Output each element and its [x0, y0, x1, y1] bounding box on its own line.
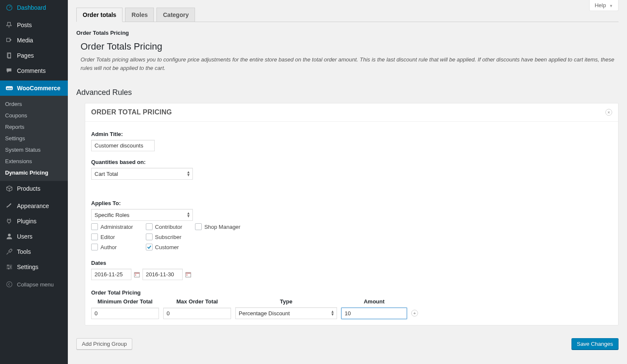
- sidebar-item-users[interactable]: Users: [0, 229, 68, 244]
- tabs: Order totals Roles Category: [76, 8, 619, 22]
- help-label: Help: [595, 2, 606, 8]
- brush-icon: [5, 202, 14, 210]
- date-from-input[interactable]: [91, 269, 131, 280]
- sidebar-item-appearance[interactable]: Appearance: [0, 198, 68, 214]
- wrench-icon: [5, 247, 14, 256]
- roles-grid: Administrator Editor Author Contributor …: [91, 223, 612, 250]
- sidebar-item-pages[interactable]: Pages: [0, 48, 68, 63]
- amount-input[interactable]: [341, 308, 407, 319]
- submenu-item-orders[interactable]: Orders: [0, 98, 68, 110]
- sidebar-item-label: Plugins: [17, 218, 36, 225]
- sidebar-item-woocommerce[interactable]: woo WooCommerce: [0, 81, 68, 96]
- role-label: Shop Manager: [204, 224, 240, 230]
- tab-category[interactable]: Category: [156, 8, 195, 22]
- quantities-select[interactable]: Cart Total: [91, 168, 193, 180]
- role-label: Editor: [100, 234, 115, 240]
- media-icon: [5, 36, 14, 44]
- plug-icon: [5, 217, 14, 225]
- svg-rect-12: [134, 272, 139, 274]
- col-type-header: Type: [235, 298, 337, 305]
- sidebar-item-posts[interactable]: Posts: [0, 17, 68, 33]
- submenu-item-reports[interactable]: Reports: [0, 121, 68, 133]
- close-panel-button[interactable]: ×: [605, 109, 612, 116]
- checkbox-administrator[interactable]: [91, 223, 98, 230]
- page-description: Order Totals pricing allows you to confi…: [81, 56, 619, 72]
- save-changes-button[interactable]: Save Changes: [571, 338, 619, 350]
- tab-roles[interactable]: Roles: [125, 8, 154, 22]
- discount-type-select[interactable]: Percentage Discount: [235, 307, 337, 319]
- svg-rect-1: [7, 38, 10, 42]
- pricing-table: Minimum Order Total Max Order Total Type…: [91, 298, 612, 319]
- page-icon: [5, 51, 14, 60]
- products-icon: [5, 184, 14, 193]
- sidebar-item-products[interactable]: Products: [0, 181, 68, 196]
- svg-point-8: [10, 266, 11, 267]
- page-title: Order Totals Pricing: [81, 41, 619, 52]
- sidebar-item-settings[interactable]: Settings: [0, 259, 68, 275]
- admin-title-label: Admin Title:: [91, 131, 612, 137]
- role-label: Author: [100, 244, 117, 250]
- sidebar-item-label: Tools: [17, 248, 31, 255]
- calendar-icon[interactable]: [134, 272, 140, 278]
- applies-to-select[interactable]: Specific Roles: [91, 209, 193, 221]
- col-amount-header: Amount: [341, 298, 407, 305]
- woocommerce-submenu: Orders Coupons Reports Settings System S…: [0, 96, 68, 181]
- svg-point-9: [8, 268, 9, 269]
- admin-sidebar: Dashboard Posts Media Pages Comments woo…: [0, 0, 68, 364]
- sidebar-item-label: WooCommerce: [17, 85, 60, 92]
- submenu-item-coupons[interactable]: Coupons: [0, 110, 68, 121]
- dashboard-icon: [5, 3, 14, 12]
- checkbox-subscriber[interactable]: [146, 233, 153, 240]
- role-label: Administrator: [100, 224, 133, 230]
- col-min-header: Minimum Order Total: [91, 298, 159, 305]
- submenu-item-settings[interactable]: Settings: [0, 133, 68, 144]
- checkbox-customer[interactable]: [146, 244, 153, 250]
- sidebar-item-tools[interactable]: Tools: [0, 244, 68, 259]
- help-tab-button[interactable]: Help ▼: [589, 0, 619, 11]
- applies-to-label: Applies To:: [91, 200, 612, 206]
- submenu-item-extensions[interactable]: Extensions: [0, 156, 68, 167]
- role-label: Customer: [155, 244, 179, 250]
- svg-rect-16: [187, 275, 187, 275]
- sidebar-item-label: Dashboard: [17, 4, 46, 11]
- collapse-label: Collapse menu: [17, 281, 54, 288]
- svg-text:woo: woo: [6, 87, 12, 90]
- max-order-input[interactable]: [163, 308, 231, 319]
- panel-header: ORDER TOTAL PRICING ×: [85, 103, 618, 122]
- user-icon: [5, 232, 14, 241]
- sidebar-item-label: Appearance: [17, 203, 49, 209]
- checkbox-contributor[interactable]: [146, 223, 153, 230]
- calendar-icon[interactable]: [185, 272, 191, 278]
- admin-title-input[interactable]: [91, 140, 155, 151]
- svg-point-10: [7, 282, 12, 287]
- dates-label: Dates: [91, 260, 612, 266]
- col-max-header: Max Order Total: [163, 298, 231, 305]
- checkbox-shop-manager[interactable]: [195, 223, 202, 230]
- main-content: Help ▼ Order totals Roles Category Order…: [68, 0, 627, 364]
- quantities-label: Quantities based on:: [91, 159, 612, 165]
- min-order-input[interactable]: [91, 308, 159, 319]
- collapse-menu-button[interactable]: Collapse menu: [0, 277, 68, 292]
- checkbox-author[interactable]: [91, 244, 98, 250]
- add-pricing-group-button[interactable]: Add Pricing Group: [76, 338, 132, 350]
- sliders-icon: [5, 263, 14, 271]
- section-label: Order Totals Pricing: [76, 30, 619, 36]
- sidebar-item-comments[interactable]: Comments: [0, 63, 68, 78]
- submenu-item-dynamic-pricing[interactable]: Dynamic Pricing: [0, 167, 68, 178]
- sidebar-item-label: Settings: [17, 264, 39, 270]
- submenu-item-system-status[interactable]: System Status: [0, 144, 68, 156]
- tab-order-totals[interactable]: Order totals: [76, 8, 123, 22]
- date-to-input[interactable]: [142, 269, 183, 280]
- sidebar-item-media[interactable]: Media: [0, 33, 68, 48]
- role-label: Subscriber: [155, 234, 181, 240]
- chevron-down-icon: ▼: [609, 4, 613, 8]
- sidebar-item-plugins[interactable]: Plugins: [0, 214, 68, 229]
- svg-rect-15: [186, 272, 191, 274]
- order-total-pricing-label: Order Total Pricing: [91, 289, 612, 296]
- sidebar-item-label: Pages: [17, 52, 34, 59]
- sidebar-item-label: Comments: [17, 67, 46, 74]
- pricing-panel: ORDER TOTAL PRICING × Admin Title: Quant…: [85, 103, 619, 325]
- add-row-button[interactable]: +: [411, 310, 418, 317]
- checkbox-editor[interactable]: [91, 233, 98, 240]
- sidebar-item-dashboard[interactable]: Dashboard: [0, 0, 68, 15]
